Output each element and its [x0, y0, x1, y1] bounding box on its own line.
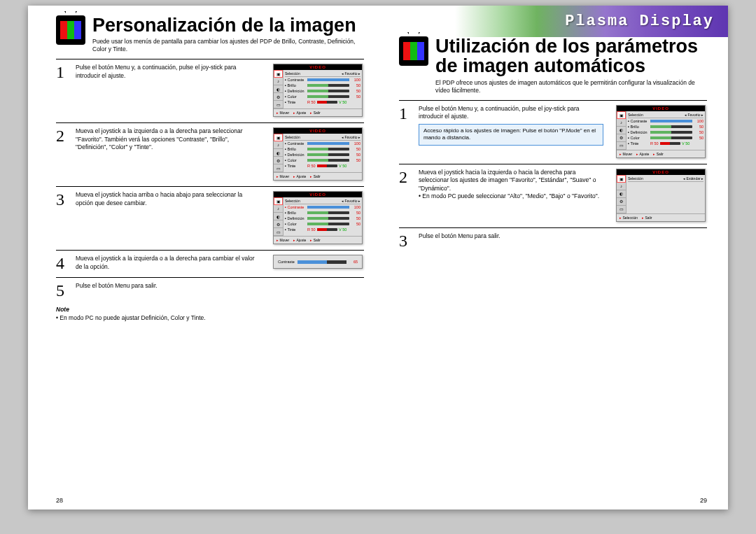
page-number: 29: [700, 497, 707, 504]
step-text: Pulse el botón Menu y, a continuación, p…: [76, 64, 266, 80]
info-box: Acceso rápido a los ajustes de imagen: P…: [419, 124, 603, 146]
step-number: 1: [399, 105, 412, 122]
left-header: Personalización de la imagen Puede usar …: [56, 15, 364, 53]
osd-thumbnail: VIDEO ▣ ♪ ◐ ⚙ ▭ Selección◂ Favorito ▸ ▪ …: [616, 105, 707, 158]
right-page: Plasma Display Utilización de los paráme…: [378, 6, 728, 510]
osd-thumbnail: VIDEO ▣ ♪ ◐ ⚙ ▭ Selección◂ Estándar ▸ Se…: [616, 169, 707, 222]
step-row: 4 Mueva el joystick a la izquierda o a l…: [56, 250, 364, 272]
step-row: 3 Mueva el joystick hacia arriba o hacia…: [56, 186, 364, 244]
step-text: Pulse el botón Menu para salir.: [76, 282, 266, 290]
brand-banner: Plasma Display: [455, 6, 728, 37]
step-number: 4: [56, 255, 69, 272]
osd-thumbnail: VIDEO ▣ ♪ ◐ ⚙ ▭ Selección◂ Favorito ▸ ▪ …: [273, 64, 364, 117]
step-number: 3: [56, 191, 69, 208]
step-number: 2: [399, 169, 412, 185]
step-text: Pulse el botón Menu y, a continuación, p…: [419, 105, 609, 146]
step-text: Pulse el botón Menu para salir.: [419, 232, 609, 240]
step-row: 2 Mueva el joystick a la izquierda o a l…: [56, 122, 364, 181]
page-number: 28: [56, 497, 63, 504]
page-subtitle: El PDP ofrece unos ajustes de imagen aut…: [435, 79, 707, 94]
page-title: Utilización de los parámetros de imagen …: [435, 36, 707, 76]
note-text: • En modo PC no puede ajustar Definición…: [56, 314, 364, 321]
step-row: 1 Pulse el botón Menu y, a continuación,…: [399, 100, 707, 158]
step-text: Mueva el joystick hacia arriba o hacia a…: [76, 191, 266, 207]
note-label: Note: [56, 306, 364, 313]
manual-spread: Personalización de la imagen Puede usar …: [28, 6, 728, 510]
step-text: Mueva el joystick a la izquierda o a la …: [76, 255, 266, 271]
right-header: Utilización de los parámetros de imagen …: [399, 36, 707, 94]
step-row: 3 Pulse el botón Menu para salir.: [399, 227, 707, 249]
step-row: 2 Mueva el joystick hacia la izquierda o…: [399, 164, 707, 222]
step-row: 1 Pulse el botón Menu y, a continuación,…: [56, 59, 364, 117]
step-number: 5: [56, 282, 69, 299]
step-text: Mueva el joystick hacia la izquierda o h…: [419, 169, 609, 201]
page-subtitle: Puede usar los menús de pantalla para ca…: [92, 38, 364, 53]
steps-list: 1 Pulse el botón Menu y, a continuación,…: [56, 59, 364, 299]
step-number: 1: [56, 64, 69, 80]
page-title: Personalización de la imagen: [92, 15, 364, 35]
osd-thumbnail: VIDEO ▣ ♪ ◐ ⚙ ▭ Selección◂ Favorito ▸ ▪ …: [273, 127, 364, 181]
left-page: Personalización de la imagen Puede usar …: [28, 6, 378, 510]
osd-thumbnail: VIDEO ▣ ♪ ◐ ⚙ ▭ Selección◂ Favorito ▸ ▪ …: [273, 191, 364, 244]
osd-thumbnail: Contraste 65: [273, 255, 364, 269]
step-number: 2: [56, 127, 69, 144]
tv-icon: [56, 15, 85, 45]
step-number: 3: [399, 232, 412, 249]
steps-list: 1 Pulse el botón Menu y, a continuación,…: [399, 100, 707, 249]
step-text: Mueva el joystick a la izquierda o a la …: [76, 127, 266, 151]
tv-icon: [399, 36, 428, 66]
step-row: 5 Pulse el botón Menu para salir.: [56, 277, 364, 299]
